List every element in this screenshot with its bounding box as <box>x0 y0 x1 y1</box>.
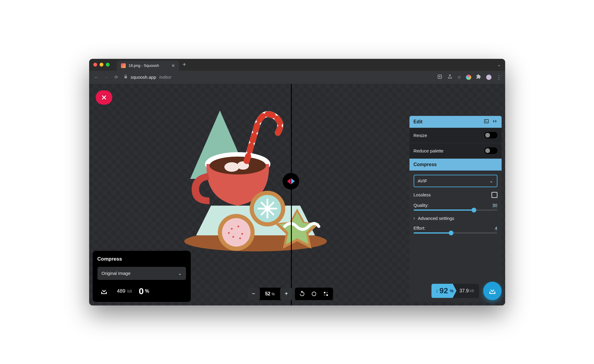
left-stats-row: 489 kB 0 % <box>97 285 186 298</box>
quality-label: Quality: <box>414 203 429 208</box>
right-panel: Edit Resize Reduce palette Compress AVIF <box>409 116 502 302</box>
advanced-settings-toggle[interactable]: › Advanced settings <box>414 216 497 221</box>
svg-rect-22 <box>326 292 328 293</box>
savings-percent: ↓ 92 % <box>431 284 456 298</box>
tab-favicon <box>121 63 126 68</box>
browser-window: 18.png - Squoosh ✕ + ⌄ ← → ⟳ squoosh.app… <box>89 59 505 305</box>
svg-point-6 <box>224 162 239 172</box>
share-icon[interactable] <box>447 74 453 80</box>
effort-row: Effort: 4 <box>414 226 497 234</box>
maximize-window-button[interactable] <box>106 63 110 67</box>
preview-image <box>172 102 339 262</box>
copy-settings-icon[interactable] <box>492 119 497 125</box>
chevron-down-icon: ⌄ <box>178 271 182 276</box>
download-left-button[interactable] <box>97 285 111 298</box>
browser-tab[interactable]: 18.png - Squoosh ✕ <box>117 61 179 71</box>
svg-point-16 <box>228 232 230 234</box>
left-reduction-value: 0 <box>139 286 144 296</box>
lossless-label: Lossless <box>414 192 431 197</box>
split-right-icon <box>291 178 295 184</box>
lossless-checkbox[interactable] <box>491 192 497 198</box>
close-tab-button[interactable]: ✕ <box>171 63 175 68</box>
output-size: 37.9 kB <box>453 284 479 298</box>
effort-value[interactable]: 4 <box>495 226 497 231</box>
svg-rect-21 <box>324 292 325 293</box>
quality-value[interactable]: 30 <box>492 203 497 208</box>
left-panel-title: Compress <box>97 256 186 262</box>
codec-value: AVIF <box>418 178 427 183</box>
svg-point-11 <box>222 218 250 247</box>
bookmark-star-icon[interactable]: ☆ <box>457 75 461 80</box>
reduce-palette-row: Reduce palette <box>409 143 502 159</box>
chevron-right-icon: › <box>414 216 415 220</box>
rotate-button[interactable] <box>297 289 308 299</box>
effort-slider[interactable] <box>414 232 497 234</box>
output-size-value: 37.9 <box>459 288 469 294</box>
tab-overflow-button[interactable]: ⌄ <box>497 62 501 67</box>
browser-menu-button[interactable]: ⋮ <box>496 74 501 81</box>
background-toggle-button[interactable] <box>309 289 319 299</box>
transparency-toggle-button[interactable] <box>321 289 331 299</box>
tab-strip: 18.png - Squoosh ✕ + <box>117 59 186 71</box>
zoom-group: − 52 % + <box>247 288 292 300</box>
forward-button[interactable]: → <box>103 75 109 80</box>
split-divider[interactable] <box>291 84 292 305</box>
left-size-value: 489 <box>117 288 125 294</box>
left-size: 489 kB <box>117 288 132 294</box>
close-window-button[interactable] <box>93 63 97 67</box>
svg-point-20 <box>312 292 316 296</box>
svg-point-14 <box>241 233 243 235</box>
zoom-controls: − 52 % + <box>247 288 333 300</box>
editor-canvas[interactable]: Compress Original Image ⌄ 489 kB 0 % <box>89 84 505 305</box>
profile-avatar[interactable] <box>486 75 491 80</box>
close-editor-button[interactable] <box>96 90 112 105</box>
browser-titlebar: 18.png - Squoosh ✕ + ⌄ <box>89 59 505 71</box>
left-size-unit: kB <box>127 289 132 294</box>
percent-icon: % <box>450 289 453 293</box>
resize-toggle[interactable] <box>484 132 497 138</box>
back-button[interactable]: ← <box>93 75 99 80</box>
address-bar[interactable]: squoosh.app/editor <box>124 75 433 80</box>
output-size-unit: kB <box>469 289 474 293</box>
reload-button[interactable]: ⟳ <box>114 75 119 80</box>
percent-icon: % <box>272 292 275 296</box>
codec-select[interactable]: AVIF ⌄ <box>414 175 497 187</box>
window-controls <box>93 63 110 67</box>
zoom-in-button[interactable]: + <box>280 288 293 300</box>
quality-slider[interactable] <box>414 209 497 211</box>
savings-badge: ↓ 92 % 37.9 kB <box>431 284 479 298</box>
left-reduction: 0 % <box>139 286 149 296</box>
install-app-icon[interactable] <box>437 74 442 80</box>
lock-icon <box>124 75 128 80</box>
svg-rect-23 <box>324 294 325 296</box>
toolbar-actions: ☆ ⋮ <box>437 74 501 81</box>
compress-title: Compress <box>414 162 437 167</box>
svg-point-17 <box>239 237 241 239</box>
split-left-icon <box>287 178 291 184</box>
down-arrow-icon: ↓ <box>436 288 438 294</box>
svg-point-12 <box>231 228 233 230</box>
cli-icon[interactable] <box>484 119 489 125</box>
split-handle[interactable] <box>283 173 299 190</box>
reduce-palette-toggle[interactable] <box>484 147 497 154</box>
zoom-out-button[interactable]: − <box>247 288 260 300</box>
tab-title: 18.png - Squoosh <box>129 63 159 68</box>
svg-rect-25 <box>484 119 489 123</box>
minimize-window-button[interactable] <box>100 63 103 67</box>
zoom-value: 52 <box>265 291 270 297</box>
extensions-puzzle-icon[interactable] <box>476 74 481 80</box>
right-stats: ↓ 92 % 37.9 kB <box>431 282 502 300</box>
url-host: squoosh.app <box>131 75 156 80</box>
url-path: /editor <box>159 75 171 80</box>
extension-icon[interactable] <box>466 75 471 80</box>
edit-section-header: Edit <box>409 116 502 128</box>
zoom-level[interactable]: 52 % <box>260 291 280 297</box>
svg-point-15 <box>232 236 234 238</box>
edit-title: Edit <box>414 119 423 125</box>
download-right-button[interactable] <box>483 282 502 300</box>
advanced-label: Advanced settings <box>418 216 454 221</box>
new-tab-button[interactable]: + <box>183 61 186 68</box>
source-select-value: Original Image <box>102 271 131 276</box>
source-select[interactable]: Original Image ⌄ <box>97 267 186 280</box>
chevron-down-icon: ⌄ <box>489 178 493 184</box>
